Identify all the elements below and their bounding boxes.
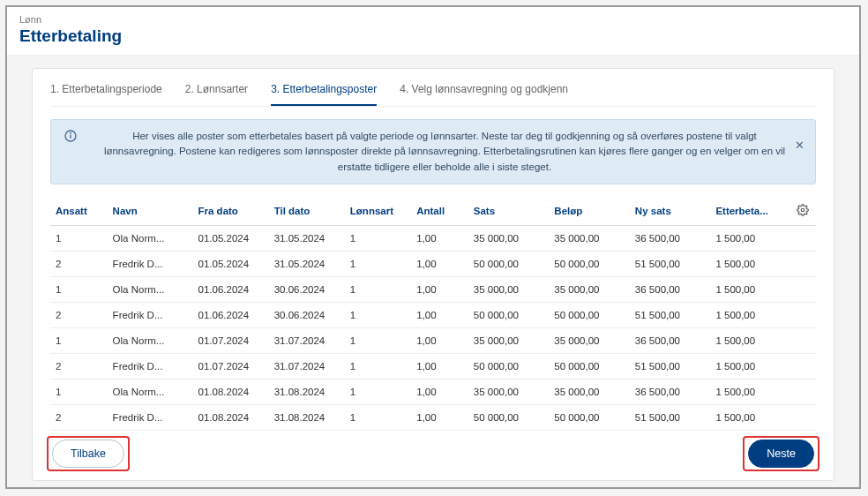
cell-lonnsart: 1 (345, 276, 411, 302)
back-button[interactable]: Tilbake (52, 440, 124, 468)
col-sats[interactable]: Sats (468, 197, 550, 226)
col-etterbetaling[interactable]: Etterbeta... (710, 197, 791, 226)
cell-lonnsart: 1 (345, 353, 411, 379)
cell-ansatt: 2 (50, 404, 108, 430)
cell-ansatt: 1 (50, 379, 108, 404)
close-icon[interactable]: ✕ (795, 139, 804, 151)
table-row[interactable]: 1Ola Norm...01.06.202430.06.202411,0035 … (50, 276, 816, 302)
cell-sats: 50 000,00 (468, 302, 550, 327)
cell-antall: 1,00 (411, 404, 468, 430)
cell-navn: Ola Norm... (108, 327, 193, 353)
cell-fra: 01.05.2024 (193, 251, 269, 276)
svg-point-3 (801, 208, 804, 212)
table-row[interactable]: 2Fredrik D...01.06.202430.06.202411,0050… (50, 302, 816, 327)
tab-lonnsarter[interactable]: 2. Lønnsarter (185, 78, 248, 106)
cell-ansatt: 2 (50, 302, 108, 327)
cell-belop: 35 000,00 (549, 225, 630, 251)
cell-navn: Ola Norm... (108, 276, 193, 302)
cell-etter: 1 500,00 (710, 353, 791, 379)
col-ny-sats[interactable]: Ny sats (630, 197, 711, 226)
cell-fra: 01.07.2024 (193, 327, 269, 353)
tab-period[interactable]: 1. Etterbetalingsperiode (50, 78, 162, 106)
cell-nysats: 36 500,00 (630, 225, 711, 251)
cell-navn: Ola Norm... (108, 379, 193, 404)
cell-antall: 1,00 (411, 251, 468, 276)
cell-fra: 01.06.2024 (193, 302, 269, 327)
cell-nysats: 51 500,00 (630, 302, 711, 327)
tab-velg-lonnsavregning[interactable]: 4. Velg lønnsavregning og godkjenn (400, 78, 568, 106)
gear-icon[interactable] (791, 197, 816, 226)
cell-lonnsart: 1 (345, 251, 411, 276)
col-navn[interactable]: Navn (108, 197, 193, 226)
table-row[interactable]: 1Ola Norm...01.07.202431.07.202411,0035 … (50, 327, 816, 353)
cell-ansatt: 2 (50, 353, 108, 379)
cell-navn: Ola Norm... (108, 225, 193, 251)
cell-ansatt: 1 (50, 276, 108, 302)
cell-antall: 1,00 (411, 276, 468, 302)
cell-nysats: 36 500,00 (630, 276, 711, 302)
cell-ansatt: 2 (50, 251, 108, 276)
cell-sats: 35 000,00 (468, 379, 550, 404)
cell-lonnsart: 1 (345, 379, 411, 404)
col-fra-dato[interactable]: Fra dato (193, 197, 269, 226)
info-alert: Her vises alle poster som etterbetales b… (50, 119, 816, 184)
cell-til: 31.08.2024 (269, 404, 345, 430)
alert-text: Her vises alle poster som etterbetales b… (86, 129, 803, 175)
table-row[interactable]: 1Ola Norm...01.08.202431.08.202411,0035 … (50, 379, 816, 404)
cell-til: 31.07.2024 (269, 353, 345, 379)
wizard-tabs: 1. Etterbetalingsperiode 2. Lønnsarter 3… (50, 78, 816, 107)
cell-belop: 35 000,00 (549, 327, 630, 353)
cell-sats: 50 000,00 (468, 251, 550, 276)
cell-fra: 01.06.2024 (193, 276, 269, 302)
cell-navn: Fredrik D... (108, 353, 193, 379)
cell-til: 31.07.2024 (269, 327, 345, 353)
cell-antall: 1,00 (411, 379, 468, 404)
cell-navn: Fredrik D... (108, 251, 193, 276)
next-button[interactable]: Neste (748, 440, 814, 468)
cell-lonnsart: 1 (345, 327, 411, 353)
cell-sats: 50 000,00 (468, 353, 550, 379)
cell-belop: 50 000,00 (549, 404, 630, 430)
cell-sats: 35 000,00 (468, 327, 550, 353)
cell-til: 30.06.2024 (269, 276, 345, 302)
cell-antall: 1,00 (411, 353, 468, 379)
cell-nysats: 51 500,00 (630, 404, 711, 430)
cell-nysats: 36 500,00 (630, 379, 711, 404)
cell-lonnsart: 1 (345, 404, 411, 430)
cell-sats: 35 000,00 (468, 276, 550, 302)
cell-til: 31.05.2024 (269, 251, 345, 276)
cell-sats: 35 000,00 (468, 225, 550, 251)
col-ansatt[interactable]: Ansatt (50, 197, 108, 226)
table-row[interactable]: 1Ola Norm...01.05.202431.05.202411,0035 … (50, 225, 816, 251)
cell-etter: 1 500,00 (710, 404, 791, 430)
svg-point-2 (71, 133, 71, 134)
cell-belop: 35 000,00 (549, 379, 630, 404)
cell-etter: 1 500,00 (710, 225, 791, 251)
cell-nysats: 51 500,00 (630, 251, 711, 276)
cell-lonnsart: 1 (345, 225, 411, 251)
table-row[interactable]: 2Fredrik D...01.05.202431.05.202411,0050… (50, 251, 816, 276)
cell-ansatt: 1 (50, 327, 108, 353)
cell-fra: 01.08.2024 (193, 379, 269, 404)
cell-navn: Fredrik D... (108, 302, 193, 327)
cell-etter: 1 500,00 (710, 251, 791, 276)
cell-antall: 1,00 (411, 225, 468, 251)
col-antall[interactable]: Antall (411, 197, 468, 226)
col-belop[interactable]: Beløp (549, 197, 630, 226)
cell-fra: 01.05.2024 (193, 225, 269, 251)
cell-til: 30.06.2024 (269, 302, 345, 327)
wizard-footer: Tilbake Neste (50, 440, 816, 468)
tab-etterbetalingsposter[interactable]: 3. Etterbetalingsposter (271, 78, 377, 106)
cell-antall: 1,00 (411, 302, 468, 327)
cell-til: 31.05.2024 (269, 225, 345, 251)
table-row[interactable]: 2Fredrik D...01.08.202431.08.202411,0050… (50, 404, 816, 430)
table-row[interactable]: 2Fredrik D...01.07.202431.07.202411,0050… (50, 353, 816, 379)
page-header: Lønn Etterbetaling (7, 7, 859, 56)
col-til-dato[interactable]: Til dato (269, 197, 345, 226)
cell-belop: 50 000,00 (549, 251, 630, 276)
cell-etter: 1 500,00 (710, 302, 791, 327)
wizard-card: 1. Etterbetalingsperiode 2. Lønnsarter 3… (32, 68, 834, 481)
page-title: Etterbetaling (19, 26, 847, 46)
cell-etter: 1 500,00 (710, 276, 791, 302)
col-lonnsart[interactable]: Lønnsart (345, 197, 411, 226)
